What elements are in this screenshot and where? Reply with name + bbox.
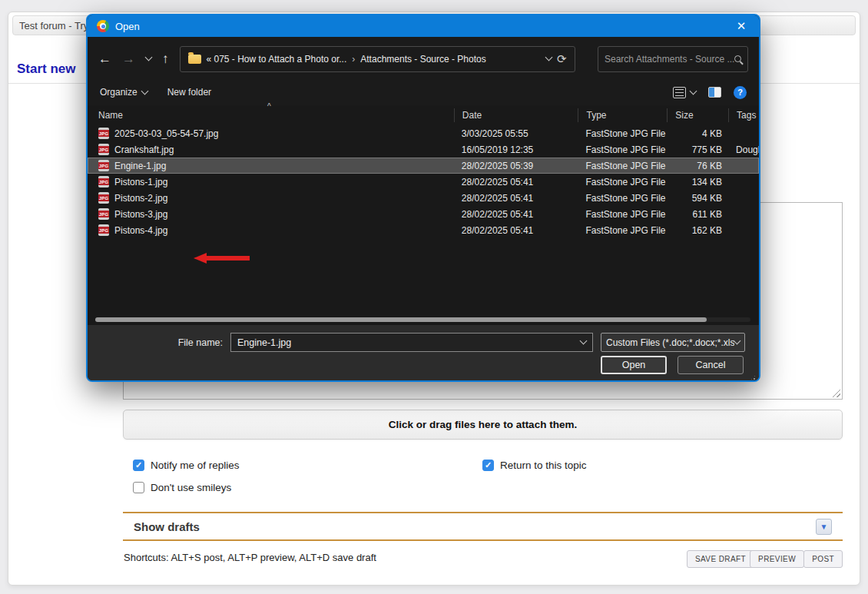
show-drafts-section: Show drafts ▼ (123, 512, 843, 541)
file-row[interactable]: JPG Engine-1.jpg 28/02/2025 05:39 FastSt… (88, 158, 759, 174)
file-type: FastStone JPG File (578, 190, 667, 206)
file-row[interactable]: JPG Pistons-3.jpg 28/02/2025 05:41 FastS… (88, 206, 759, 222)
forward-button[interactable]: → (122, 52, 135, 65)
file-tags (728, 222, 759, 238)
jpg-file-icon: JPG (98, 128, 109, 139)
new-folder-label: New folder (167, 87, 211, 98)
file-date: 3/03/2025 05:55 (454, 125, 578, 141)
column-header-row: ^ Name Date Type Size Tags (88, 105, 759, 125)
jpg-file-icon: JPG (98, 224, 109, 236)
chevron-down-icon: ▼ (820, 523, 828, 531)
show-drafts-toggle-button[interactable]: ▼ (816, 519, 832, 535)
page-title: Start new (17, 61, 76, 77)
file-name: Pistons-4.jpg (114, 225, 167, 236)
file-tags (728, 206, 759, 222)
file-name-label: File name: (88, 337, 230, 348)
address-dropdown-chevron-icon[interactable] (545, 54, 552, 61)
open-button[interactable]: Open (601, 356, 667, 374)
notify-checkbox-label: Notify me of replies (151, 460, 240, 471)
file-row[interactable]: JPG Crankshaft.jpg 16/05/2019 12:35 Fast… (88, 141, 759, 158)
file-type: FastStone JPG File (578, 141, 667, 158)
organize-menu[interactable]: Organize (100, 87, 147, 98)
file-row[interactable]: JPG Pistons-2.jpg 28/02/2025 05:41 FastS… (88, 190, 759, 206)
search-icon (734, 55, 741, 62)
file-row[interactable]: JPG 2025-03-03_05-54-57.jpg 3/03/2025 05… (88, 125, 759, 141)
help-icon[interactable]: ? (734, 86, 747, 99)
list-view-icon (673, 87, 686, 98)
file-type-chevron-icon (734, 337, 741, 345)
up-button[interactable]: ↑ (162, 52, 169, 65)
search-box[interactable] (598, 46, 748, 72)
scrollbar-thumb[interactable] (95, 317, 707, 322)
column-header-tags[interactable]: Tags (728, 108, 759, 122)
file-size: 162 KB (667, 222, 728, 238)
refresh-icon[interactable]: ⟳ (557, 52, 567, 66)
preview-button[interactable]: PREVIEW (750, 550, 804, 568)
file-row[interactable]: JPG Pistons-4.jpg 28/02/2025 05:41 FastS… (88, 222, 759, 238)
smileys-checkbox-row[interactable]: Don't use smileys (133, 482, 231, 493)
organize-label: Organize (100, 87, 137, 98)
file-tags (728, 190, 759, 206)
dialog-resize-grip[interactable] (750, 374, 757, 381)
return-topic-checkbox-row[interactable]: Return to this topic (482, 460, 587, 471)
dialog-footer: File name: Custom Files (*.doc;*.docx;*.… (88, 325, 759, 382)
view-mode-chevron-icon (690, 87, 697, 95)
textarea-resize-grip[interactable] (832, 389, 840, 397)
file-name: Pistons-2.jpg (114, 193, 167, 204)
file-size: 611 KB (667, 206, 728, 222)
file-date: 28/02/2025 05:41 (454, 222, 578, 238)
file-type: FastStone JPG File (578, 158, 667, 174)
column-header-date[interactable]: Date (454, 108, 578, 122)
file-type-select[interactable]: Custom Files (*.doc;*.docx;*.xls (601, 333, 745, 352)
folder-icon (188, 55, 201, 64)
breadcrumb-current[interactable]: Attachments - Source - Photos (360, 54, 485, 65)
file-date: 28/02/2025 05:41 (454, 174, 578, 190)
notify-checkbox[interactable] (133, 460, 144, 471)
file-type: FastStone JPG File (578, 222, 667, 238)
save-draft-button[interactable]: SAVE DRAFT (687, 550, 754, 568)
file-name: Pistons-1.jpg (114, 177, 167, 187)
close-icon[interactable]: ✕ (733, 19, 750, 33)
attach-dropzone-label: Click or drag files here to attach them. (389, 419, 577, 430)
recent-locations-chevron-icon[interactable] (145, 54, 153, 61)
file-name-box[interactable] (230, 333, 593, 352)
column-header-name[interactable]: Name (88, 110, 454, 121)
file-row[interactable]: JPG Pistons-1.jpg 28/02/2025 05:41 FastS… (88, 174, 759, 190)
attach-dropzone[interactable]: Click or drag files here to attach them. (123, 410, 843, 440)
cancel-button[interactable]: Cancel (678, 356, 744, 374)
file-name-input[interactable] (237, 337, 581, 348)
file-type: FastStone JPG File (578, 206, 667, 222)
preview-pane-icon[interactable] (708, 87, 721, 98)
jpg-file-icon: JPG (98, 208, 109, 220)
organize-chevron-icon (141, 87, 148, 95)
file-name: 2025-03-03_05-54-57.jpg (114, 128, 218, 139)
breadcrumb-root[interactable]: « 075 - How to Attach a Photo or... (207, 54, 347, 65)
return-topic-checkbox[interactable] (482, 460, 494, 471)
notify-checkbox-row[interactable]: Notify me of replies (133, 460, 240, 471)
file-name: Engine-1.jpg (114, 161, 166, 171)
show-drafts-label: Show drafts (134, 520, 200, 533)
file-size: 775 KB (667, 141, 728, 158)
file-type-value: Custom Files (*.doc;*.docx;*.xls (606, 337, 734, 348)
horizontal-scrollbar[interactable] (95, 317, 750, 322)
file-tags (728, 158, 759, 174)
annotation-arrow-icon (194, 253, 250, 264)
shortcuts-hint: Shortcuts: ALT+S post, ALT+P preview, AL… (124, 552, 376, 563)
column-header-size[interactable]: Size (667, 108, 728, 122)
search-input[interactable] (605, 54, 734, 65)
dialog-commandbar: Organize New folder ? (88, 81, 759, 104)
back-button[interactable]: ← (98, 52, 111, 65)
file-size: 134 KB (667, 174, 728, 190)
post-button[interactable]: POST (803, 550, 843, 568)
column-header-type[interactable]: Type (578, 108, 667, 122)
address-bar[interactable]: « 075 - How to Attach a Photo or... › At… (180, 46, 575, 72)
smileys-checkbox[interactable] (133, 482, 144, 493)
file-list: JPG 2025-03-03_05-54-57.jpg 3/03/2025 05… (88, 125, 759, 238)
new-folder-button[interactable]: New folder (167, 87, 211, 98)
breadcrumb-separator: › (352, 54, 355, 65)
view-mode-button[interactable] (673, 87, 696, 98)
file-type: FastStone JPG File (578, 125, 667, 141)
dialog-titlebar[interactable]: Open ✕ (88, 15, 759, 37)
file-name-chevron-icon[interactable] (580, 337, 588, 345)
file-name: Crankshaft.jpg (114, 144, 174, 155)
